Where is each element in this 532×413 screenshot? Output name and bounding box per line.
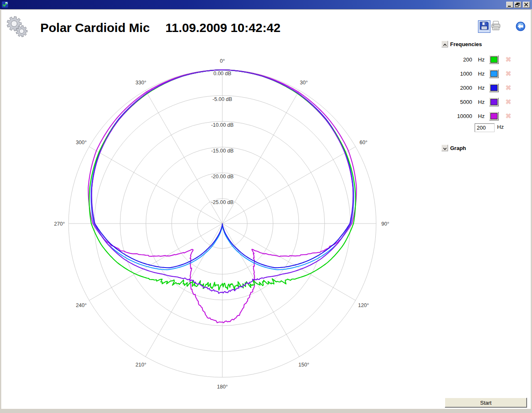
window-bottom-frame xyxy=(0,409,532,413)
graph-section-header: Graph xyxy=(438,145,529,152)
sidebar: Frequencies 200Hz✖1000Hz✖2000Hz✖5000Hz✖1… xyxy=(438,37,529,162)
color-swatch xyxy=(490,57,498,63)
frequency-unit: Hz xyxy=(478,85,485,91)
back-button[interactable] xyxy=(515,21,526,32)
timestamp: 11.09.2009 10:42:42 xyxy=(165,21,281,35)
page-title: Polar Cardioid Mic xyxy=(40,21,150,35)
frequency-input-unit: Hz xyxy=(497,124,504,130)
app-icon xyxy=(2,1,8,8)
color-swatch-button[interactable] xyxy=(489,98,499,106)
graph-section-label: Graph xyxy=(450,145,466,151)
frequency-unit: Hz xyxy=(478,71,485,77)
frequency-value: 5000 xyxy=(438,99,472,105)
frequencies-section-header: Frequencies xyxy=(438,41,529,48)
color-swatch xyxy=(490,99,498,105)
gears-icon xyxy=(5,15,29,38)
frequency-value: 1000 xyxy=(438,71,472,77)
color-swatch xyxy=(490,71,498,77)
color-swatch-button[interactable] xyxy=(489,55,499,64)
collapse-graph-button[interactable] xyxy=(441,145,448,151)
app-window: Polar Cardioid Mic 11.09.2009 10:42:42 xyxy=(0,0,532,413)
color-swatch-button[interactable] xyxy=(489,69,499,78)
frequency-input-row: Hz xyxy=(438,123,529,133)
frequency-value: 10000 xyxy=(438,113,472,119)
frequency-row: 10000Hz✖ xyxy=(438,112,529,120)
minimize-button[interactable] xyxy=(506,2,513,8)
x-delete-icon[interactable]: ✖ xyxy=(505,84,511,92)
start-button[interactable]: Start xyxy=(445,398,527,408)
frequency-row: 200Hz✖ xyxy=(438,56,529,64)
frequency-value: 200 xyxy=(438,57,472,63)
color-swatch xyxy=(490,113,498,119)
x-delete-icon[interactable]: ✖ xyxy=(505,55,511,64)
x-delete-icon[interactable]: ✖ xyxy=(505,98,511,106)
chevron-up-icon xyxy=(443,41,447,47)
save-icon xyxy=(479,21,489,32)
save-button[interactable] xyxy=(478,20,490,33)
frequency-value: 2000 xyxy=(438,85,472,91)
frequency-row: 1000Hz✖ xyxy=(438,70,529,78)
collapse-frequencies-button[interactable] xyxy=(441,41,448,47)
frequencies-section-label: Frequencies xyxy=(450,41,482,47)
titlebar[interactable] xyxy=(0,0,532,9)
frequency-unit: Hz xyxy=(478,57,485,63)
frequency-unit: Hz xyxy=(478,99,485,105)
print-icon xyxy=(490,20,501,33)
x-delete-icon[interactable]: ✖ xyxy=(505,112,511,120)
color-swatch-button[interactable] xyxy=(489,112,499,120)
back-icon xyxy=(515,26,526,33)
close-button[interactable] xyxy=(523,2,530,8)
window-controls xyxy=(506,2,530,8)
frequency-row: 2000Hz✖ xyxy=(438,84,529,92)
x-delete-icon[interactable]: ✖ xyxy=(505,69,511,78)
print-button[interactable] xyxy=(490,21,502,32)
frequency-unit: Hz xyxy=(478,113,485,119)
frequency-row: 5000Hz✖ xyxy=(438,98,529,106)
color-swatch-button[interactable] xyxy=(489,84,499,92)
chevron-down-icon xyxy=(443,145,447,151)
color-swatch xyxy=(490,85,498,91)
frequency-input[interactable] xyxy=(475,123,495,132)
restore-button[interactable] xyxy=(514,2,521,8)
